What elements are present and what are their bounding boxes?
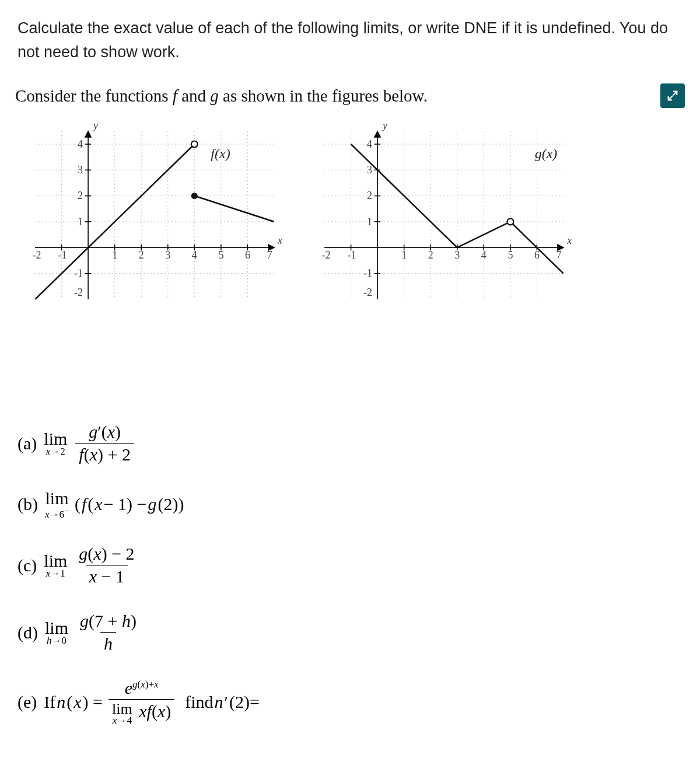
lim-word: lim: [45, 619, 68, 637]
problem-c-den: x − 1: [86, 565, 128, 587]
problem-e: (e) If n(x) = eg(x)+x lim x→4 xf(x) find…: [18, 678, 682, 726]
svg-text:1: 1: [401, 249, 407, 261]
svg-text:7: 7: [556, 249, 562, 261]
problem-c-fraction: g(x) − 2 x − 1: [75, 544, 138, 587]
svg-text:4: 4: [78, 138, 83, 150]
svg-point-37: [191, 141, 198, 148]
problem-e-den-approach: x→4: [113, 715, 132, 726]
svg-text:5: 5: [218, 249, 223, 261]
lim-word: lim: [44, 430, 67, 448]
problem-e-fraction: eg(x)+x lim x→4 xf(x): [108, 678, 174, 726]
svg-text:2: 2: [428, 249, 433, 261]
problem-d-approach: h→0: [47, 636, 66, 646]
problem-d-label: (d): [18, 623, 38, 643]
expand-button[interactable]: [660, 83, 685, 108]
instructions-text: Calculate the exact value of each of the…: [18, 16, 682, 64]
problem-a-label: (a): [18, 434, 37, 453]
svg-text:-2: -2: [322, 249, 331, 261]
svg-text:-1: -1: [74, 267, 83, 279]
problem-d-fraction: g(7 + h) h: [76, 611, 140, 654]
svg-text:x: x: [277, 235, 282, 246]
svg-text:6: 6: [245, 249, 250, 261]
svg-text:2: 2: [367, 190, 372, 201]
problem-b: (b) lim x→6− (f(x − 1) − g(2)): [18, 489, 682, 519]
problem-d: (d) lim h→0 g(7 + h) h: [18, 611, 682, 654]
svg-marker-67: [374, 131, 380, 137]
problems-list: (a) lim x→2 g′(x) f(x) + 2 (b) lim x→6− …: [18, 422, 682, 726]
problem-d-lim: lim h→0: [45, 619, 68, 646]
svg-text:x: x: [566, 235, 572, 246]
chart-g: -2 -1 1 2 3 4 5 6 7 -1 -2 1 2 3 4: [307, 118, 581, 311]
svg-text:4: 4: [367, 138, 372, 150]
svg-point-89: [507, 218, 513, 225]
problem-e-den: lim x→4 xf(x): [108, 699, 174, 726]
problem-a-num: g′(x): [85, 422, 124, 443]
svg-text:1: 1: [78, 216, 83, 228]
chart-f: -2 -1 1 2 3 4 5 6 7 -1 -2 1 2 3 4: [18, 118, 292, 311]
context-bar: Consider the functions f and g as shown …: [15, 83, 685, 108]
problem-e-label: (e): [18, 692, 37, 712]
lim-word: lim: [44, 551, 67, 570]
svg-text:-1: -1: [348, 249, 356, 261]
svg-text:3: 3: [78, 164, 83, 176]
svg-text:y: y: [92, 120, 98, 131]
problem-a-lim: lim x→2: [44, 430, 67, 457]
problem-c-label: (c): [18, 556, 37, 575]
problem-c-num: g(x) − 2: [75, 544, 138, 565]
problem-a-den: f(x) + 2: [75, 443, 134, 465]
problem-e-suffix: find n′(2)=: [185, 692, 260, 712]
svg-marker-16: [85, 131, 91, 137]
svg-text:2: 2: [78, 190, 83, 201]
problem-a: (a) lim x→2 g′(x) f(x) + 2: [18, 422, 682, 465]
lim-word: lim: [45, 489, 68, 508]
problem-e-prefix: If n(x) =: [44, 692, 103, 712]
svg-text:1: 1: [112, 249, 117, 261]
problem-c-approach: x→1: [46, 568, 65, 579]
problem-b-lim: lim x→6−: [45, 489, 69, 519]
context-text: Consider the functions f and g as shown …: [15, 86, 428, 106]
svg-text:-1: -1: [58, 249, 67, 261]
problem-b-approach: x→6−: [45, 507, 69, 520]
svg-text:g(x): g(x): [535, 146, 558, 161]
problem-a-approach: x→2: [46, 446, 65, 457]
svg-text:1: 1: [367, 216, 372, 228]
svg-text:3: 3: [367, 164, 372, 176]
problem-e-num: eg(x)+x: [121, 678, 162, 699]
svg-text:-1: -1: [363, 267, 372, 279]
charts-row: -2 -1 1 2 3 4 5 6 7 -1 -2 1 2 3 4: [18, 118, 682, 311]
problem-d-num: g(7 + h): [76, 611, 140, 632]
svg-text:3: 3: [454, 249, 460, 261]
lim-word: lim: [112, 701, 132, 717]
svg-text:7: 7: [267, 249, 272, 261]
svg-text:-2: -2: [74, 287, 83, 298]
svg-text:3: 3: [165, 249, 170, 261]
problem-c-lim: lim x→1: [44, 551, 67, 579]
svg-text:6: 6: [534, 249, 540, 261]
svg-text:4: 4: [481, 249, 487, 261]
svg-text:f(x): f(x): [211, 146, 230, 161]
svg-text:-2: -2: [363, 287, 372, 298]
svg-text:5: 5: [508, 249, 513, 261]
svg-text:y: y: [382, 120, 387, 131]
svg-text:-2: -2: [33, 249, 41, 261]
svg-line-36: [194, 196, 274, 222]
problem-d-den: h: [100, 632, 116, 654]
svg-point-38: [191, 193, 198, 199]
svg-text:4: 4: [192, 249, 197, 261]
problem-c: (c) lim x→1 g(x) − 2 x − 1: [18, 544, 682, 587]
problem-a-fraction: g′(x) f(x) + 2: [75, 422, 134, 465]
expand-icon: [666, 89, 679, 102]
problem-b-label: (b): [18, 494, 38, 514]
problem-b-expr: (f(x − 1) − g(2)): [75, 494, 184, 514]
svg-text:2: 2: [139, 249, 144, 261]
